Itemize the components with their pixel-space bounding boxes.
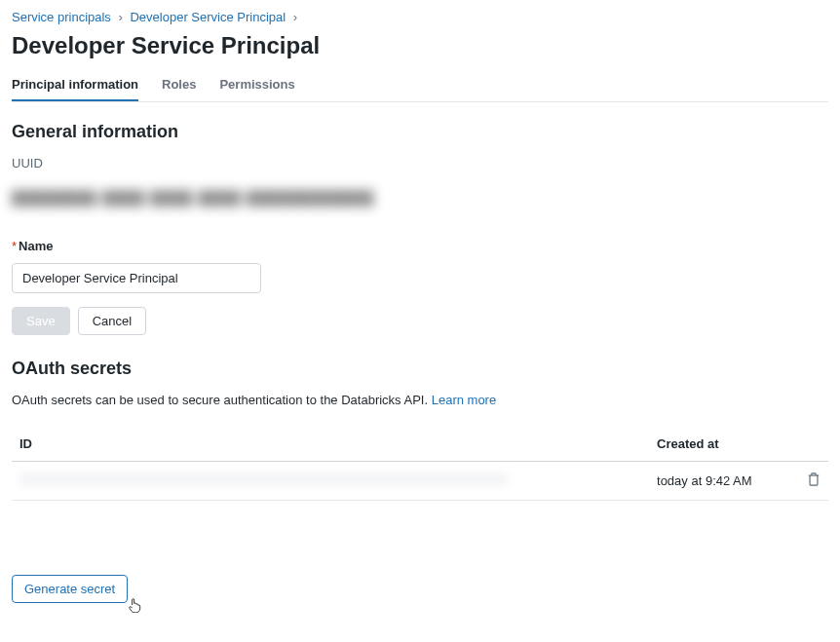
generate-secret-button[interactable]: Generate secret	[12, 575, 128, 603]
uuid-label: UUID	[12, 156, 828, 170]
general-information-heading: General information	[12, 122, 828, 142]
column-header-actions	[789, 427, 828, 462]
breadcrumb-separator: ›	[119, 10, 123, 24]
tab-permissions[interactable]: Permissions	[219, 69, 294, 101]
tab-roles[interactable]: Roles	[162, 69, 196, 101]
tabs: Principal information Roles Permissions	[12, 69, 828, 102]
save-button[interactable]: Save	[12, 307, 70, 335]
oauth-secrets-heading: OAuth secrets	[12, 359, 828, 379]
tab-principal-information[interactable]: Principal information	[12, 69, 138, 101]
breadcrumb-separator: ›	[293, 10, 297, 24]
breadcrumb: Service principals › Developer Service P…	[12, 10, 828, 24]
page-title: Developer Service Principal	[12, 32, 828, 59]
column-header-created-at: Created at	[649, 427, 789, 462]
secret-created-at-cell: today at 9:42 AM	[649, 462, 789, 501]
secret-id-cell	[12, 462, 649, 501]
required-asterisk: *	[12, 239, 17, 253]
breadcrumb-current-link[interactable]: Developer Service Principal	[130, 10, 286, 24]
oauth-secrets-table: ID Created at today at 9:42 AM	[12, 427, 828, 501]
form-button-row: Save Cancel	[12, 307, 828, 335]
secret-id-value	[19, 472, 507, 486]
name-input[interactable]	[12, 263, 261, 293]
breadcrumb-root-link[interactable]: Service principals	[12, 10, 111, 24]
column-header-id: ID	[12, 427, 649, 462]
learn-more-link[interactable]: Learn more	[432, 393, 496, 407]
trash-icon[interactable]	[807, 472, 821, 487]
cursor-pointer-icon	[127, 596, 142, 613]
cancel-button[interactable]: Cancel	[78, 307, 146, 335]
table-row: today at 9:42 AM	[12, 462, 828, 501]
name-label-row: *Name	[12, 239, 828, 253]
oauth-description: OAuth secrets can be used to secure auth…	[12, 393, 828, 407]
uuid-value: ████████-████-████-████-████████████	[12, 190, 828, 206]
oauth-description-text: OAuth secrets can be used to secure auth…	[12, 393, 428, 407]
name-label: Name	[19, 239, 53, 253]
